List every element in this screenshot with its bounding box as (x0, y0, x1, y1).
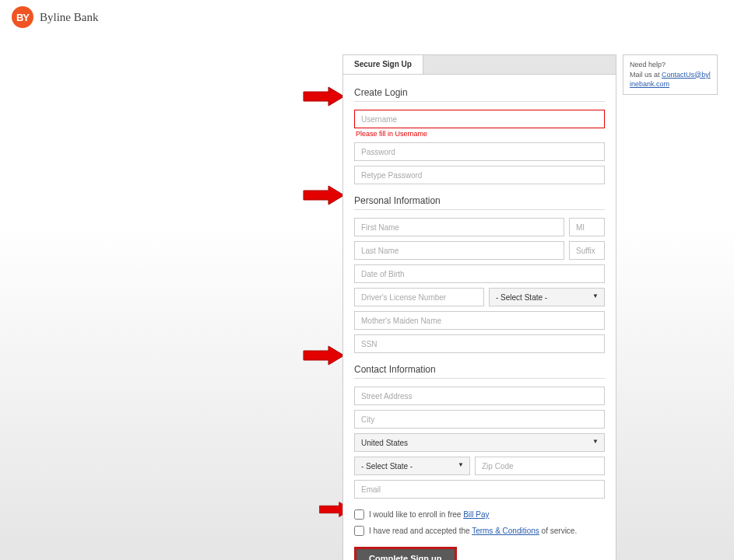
tab-bar: Secure Sign Up (342, 54, 616, 75)
dob-input[interactable] (354, 264, 605, 283)
brand-name: Byline Bank (40, 11, 98, 24)
arrow-icon (302, 86, 346, 107)
tab-secure-signup[interactable]: Secure Sign Up (343, 55, 423, 74)
mi-input[interactable] (569, 218, 605, 236)
brand-logo: BY Byline Bank (12, 6, 98, 28)
country-select[interactable]: United States (354, 433, 605, 452)
state-select[interactable]: - Select State - (354, 457, 470, 475)
last-name-input[interactable] (354, 241, 564, 260)
signup-form: Create Login Please fill in Username Per… (342, 75, 616, 560)
arrow-icon (302, 345, 346, 366)
city-input[interactable] (354, 410, 605, 429)
retype-password-input[interactable] (354, 166, 605, 184)
zip-input[interactable] (475, 457, 605, 475)
username-error: Please fill in Username (356, 130, 605, 138)
ssn-input[interactable] (354, 334, 605, 353)
billpay-link[interactable]: Bill Pay (463, 510, 489, 519)
mothers-maiden-input[interactable] (354, 311, 605, 330)
arrow-icon (302, 184, 346, 206)
password-input[interactable] (354, 142, 605, 161)
street-input[interactable] (354, 387, 605, 405)
dl-state-select[interactable]: - Select State - (489, 288, 605, 306)
email-input[interactable] (354, 480, 605, 499)
logo-mark: BY (12, 6, 33, 28)
section-personal-info: Personal Information (354, 195, 605, 210)
section-create-login: Create Login (354, 87, 605, 102)
terms-label: I have read and accepted the Terms & Con… (369, 527, 577, 535)
first-name-input[interactable] (354, 218, 564, 236)
suffix-input[interactable] (569, 241, 605, 260)
terms-checkbox[interactable] (354, 526, 364, 536)
drivers-license-input[interactable] (354, 288, 484, 306)
billpay-checkbox[interactable] (354, 509, 364, 520)
section-contact-info: Contact Information (354, 364, 605, 379)
billpay-label: I would like to enroll in free Bill Pay (369, 510, 490, 519)
complete-signup-button[interactable]: Complete Sign up (354, 547, 457, 560)
username-input[interactable] (354, 110, 605, 128)
terms-link[interactable]: Terms & Conditions (472, 527, 539, 535)
